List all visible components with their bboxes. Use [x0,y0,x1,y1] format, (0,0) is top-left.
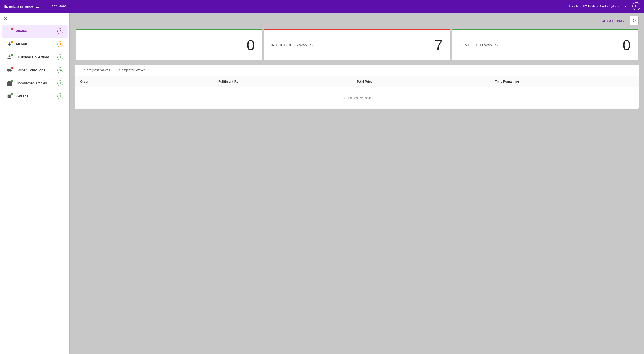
stat-card-in-progress: IN PROGRESS WAVES 7 [264,29,450,60]
table-col-fulfilment-ref: Fulfilment Ref [218,80,357,83]
arrivals-icon-container [6,41,12,48]
uncollected-articles-dot [11,80,13,82]
waves-icon-container [6,28,12,35]
refresh-icon: ↻ [632,18,636,23]
table-col-time-remaining: Time Remaining [495,80,633,83]
table-col-order: Order [80,80,218,83]
main-content: CREATE WAVE ↻ 0 IN PROGRESS WAVES 7 [69,13,644,354]
sidebar-item-customer-collections[interactable]: Customer Collections 3 [2,51,68,64]
top-navigation: fluentcommerce Fluent Store Location: FC… [0,0,644,13]
sidebar-item-returns-badge: 3 [57,93,63,99]
waves-dot [11,28,13,30]
sidebar-item-carrier-collections-label: Carrier Collections [16,68,57,72]
brand-name: fluentcommerce [4,4,33,9]
stat-card-bar-green [76,29,262,31]
sidebar-item-uncollected-articles-label: Uncollected Articles [16,81,57,85]
sidebar: ✕ Waves 7 [0,13,69,354]
table-header: Order Fulfilment Ref Total Price Time Re… [75,76,639,87]
sidebar-nav: Waves 7 Arrivals 4 [0,25,69,103]
location-label: Location: FC Fashion North Sydney [569,5,619,8]
stat-card-in-progress-body: IN PROGRESS WAVES 7 [264,31,450,60]
main-toolbar: CREATE WAVE ↻ [69,13,644,29]
stat-card-completed-label: COMPLETED WAVES [459,43,498,48]
nav-divider [43,3,43,10]
sidebar-item-waves[interactable]: Waves 7 [2,25,68,38]
sidebar-item-arrivals-label: Arrivals [16,42,57,46]
stat-card-bar-red [264,29,450,31]
sidebar-item-uncollected-articles-badge: 3 [57,80,63,86]
arrivals-dot [11,41,13,43]
tab-in-progress[interactable]: In progress waves [78,65,114,76]
stat-card-in-progress-label: IN PROGRESS WAVES [271,43,312,48]
hamburger-icon [36,5,39,8]
sidebar-item-customer-collections-badge: 3 [57,54,63,60]
sidebar-item-carrier-collections[interactable]: Carrier Collections 49 [2,64,68,77]
returns-dot [11,93,13,95]
stat-card-completed: COMPLETED WAVES 0 [452,29,638,60]
table-col-total-price: Total Price [357,80,495,83]
sidebar-item-waves-label: Waves [16,29,57,33]
stat-card-new-waves-value: 0 [246,38,255,52]
sidebar-item-returns[interactable]: Returns 3 [2,90,68,103]
svg-rect-0 [8,30,12,31]
tabs-section: In progress waves Completed waves [75,65,639,76]
tab-completed[interactable]: Completed waves [114,65,150,76]
sidebar-item-carrier-collections-badge: 49 [57,67,63,73]
more-options-button[interactable]: ⋮ [622,3,630,10]
sidebar-item-waves-badge: 7 [57,29,63,34]
stat-card-new-waves-body: 0 [76,31,262,60]
table-section: Order Fulfilment Ref Total Price Time Re… [75,76,639,109]
carrier-collections-dot [11,67,13,69]
store-name: Fluent Store [46,4,66,8]
nav-right: Location: FC Fashion North Sydney ⋮ F [569,2,640,10]
sidebar-item-uncollected-articles[interactable]: Uncollected Articles 3 [2,77,68,90]
stats-row: 0 IN PROGRESS WAVES 7 COMPLETED WAVES 0 [75,29,639,60]
avatar[interactable]: F [632,2,640,10]
uncollected-articles-icon-container [6,80,12,86]
customer-collections-dot [11,54,13,56]
sidebar-item-arrivals-badge: 4 [57,42,63,47]
main-layout: ✕ Waves 7 [0,13,644,354]
table-empty-message: No records available [75,87,639,109]
sidebar-item-arrivals[interactable]: Arrivals 4 [2,38,68,51]
carrier-collections-icon-container [6,67,12,74]
returns-icon-container [6,93,12,99]
svg-rect-2 [8,32,12,33]
stat-card-in-progress-value: 7 [434,38,442,52]
refresh-button[interactable]: ↻ [630,16,639,25]
stat-card-completed-value: 0 [622,38,630,52]
stat-card-completed-body: COMPLETED WAVES 0 [452,31,638,60]
sidebar-item-returns-label: Returns [16,94,57,98]
svg-rect-1 [8,31,12,31]
tabs-bar: In progress waves Completed waves [75,65,639,76]
create-wave-button[interactable]: CREATE WAVE [602,19,627,23]
customer-collections-icon-container [6,54,12,61]
sidebar-close-button[interactable]: ✕ [4,16,8,22]
stat-card-new-waves: 0 [76,29,262,60]
sidebar-item-customer-collections-label: Customer Collections [16,55,57,59]
brand-logo[interactable]: fluentcommerce [4,4,39,9]
stat-card-completed-bar [452,29,638,31]
